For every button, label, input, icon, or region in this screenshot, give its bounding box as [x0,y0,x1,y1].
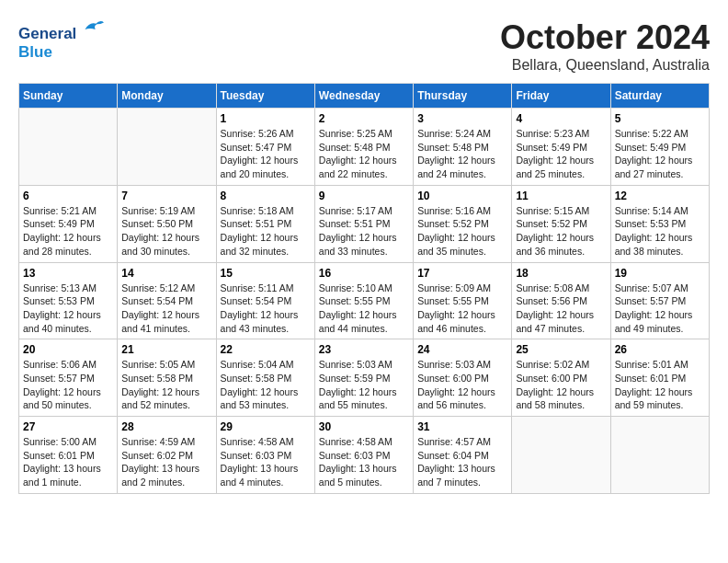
calendar-cell: 21Sunrise: 5:05 AMSunset: 5:58 PMDayligh… [118,339,216,417]
day-number: 9 [319,190,409,202]
cell-sun-info: Sunrise: 5:21 AMSunset: 5:49 PMDaylight:… [23,204,113,259]
day-number: 29 [221,420,311,433]
weekday-header-sunday: Sunday [19,84,118,109]
calendar-week-row: 27Sunrise: 5:00 AMSunset: 6:01 PMDayligh… [19,417,710,494]
weekday-header-saturday: Saturday [610,84,709,109]
cell-sun-info: Sunrise: 5:18 AMSunset: 5:51 PMDaylight:… [221,204,311,259]
cell-sun-info: Sunrise: 5:03 AMSunset: 6:00 PMDaylight:… [417,358,507,412]
calendar-cell: 7Sunrise: 5:19 AMSunset: 5:50 PMDaylight… [118,185,216,262]
day-number: 10 [417,190,507,202]
calendar-cell: 13Sunrise: 5:13 AMSunset: 5:53 PMDayligh… [19,262,118,339]
day-number: 24 [417,343,507,356]
calendar-cell: 8Sunrise: 5:18 AMSunset: 5:51 PMDaylight… [216,185,314,262]
weekday-header-monday: Monday [118,84,216,109]
day-number: 11 [516,190,606,202]
calendar-cell: 28Sunrise: 4:59 AMSunset: 6:02 PMDayligh… [118,417,216,494]
calendar-cell [118,109,216,186]
calendar-week-row: 1Sunrise: 5:26 AMSunset: 5:47 PMDaylight… [19,109,710,186]
calendar-cell: 27Sunrise: 5:00 AMSunset: 6:01 PMDayligh… [19,417,118,494]
logo: General Blue [18,18,104,62]
calendar-cell: 26Sunrise: 5:01 AMSunset: 6:01 PMDayligh… [610,339,709,417]
cell-sun-info: Sunrise: 5:03 AMSunset: 5:59 PMDaylight:… [319,358,409,412]
cell-sun-info: Sunrise: 5:08 AMSunset: 5:56 PMDaylight:… [516,282,606,336]
logo-blue-text: Blue [18,43,104,62]
calendar-cell: 4Sunrise: 5:23 AMSunset: 5:49 PMDaylight… [512,109,610,186]
calendar-cell: 18Sunrise: 5:08 AMSunset: 5:56 PMDayligh… [512,262,610,339]
cell-sun-info: Sunrise: 5:01 AMSunset: 6:01 PMDaylight:… [615,358,705,412]
cell-sun-info: Sunrise: 5:05 AMSunset: 5:58 PMDaylight:… [121,358,211,412]
cell-sun-info: Sunrise: 5:24 AMSunset: 5:48 PMDaylight:… [417,127,507,181]
day-number: 15 [221,267,311,280]
cell-sun-info: Sunrise: 5:06 AMSunset: 5:57 PMDaylight:… [23,358,113,412]
cell-sun-info: Sunrise: 5:13 AMSunset: 5:53 PMDaylight:… [23,282,113,336]
calendar-cell: 25Sunrise: 5:02 AMSunset: 6:00 PMDayligh… [512,339,610,417]
calendar-cell [512,417,610,494]
calendar-cell: 19Sunrise: 5:07 AMSunset: 5:57 PMDayligh… [610,262,709,339]
calendar-cell: 29Sunrise: 4:58 AMSunset: 6:03 PMDayligh… [216,417,314,494]
day-number: 8 [221,190,311,202]
day-number: 12 [615,190,705,202]
cell-sun-info: Sunrise: 5:02 AMSunset: 6:00 PMDaylight:… [516,358,606,412]
calendar-cell: 20Sunrise: 5:06 AMSunset: 5:57 PMDayligh… [19,339,118,417]
cell-sun-info: Sunrise: 5:00 AMSunset: 6:01 PMDaylight:… [23,435,113,489]
calendar-cell [19,109,118,186]
page-header: General Blue October 2024 Bellara, Queen… [18,18,710,74]
day-number: 25 [516,343,606,356]
cell-sun-info: Sunrise: 5:07 AMSunset: 5:57 PMDaylight:… [615,282,705,336]
day-number: 7 [121,190,211,202]
calendar-cell: 23Sunrise: 5:03 AMSunset: 5:59 PMDayligh… [314,339,413,417]
day-number: 23 [319,343,409,356]
weekday-header-thursday: Thursday [414,84,512,109]
calendar-cell: 14Sunrise: 5:12 AMSunset: 5:54 PMDayligh… [118,262,216,339]
day-number: 28 [121,420,211,433]
cell-sun-info: Sunrise: 5:14 AMSunset: 5:53 PMDaylight:… [615,204,705,259]
day-number: 19 [615,267,705,280]
cell-sun-info: Sunrise: 5:19 AMSunset: 5:50 PMDaylight:… [121,204,211,259]
calendar-cell: 1Sunrise: 5:26 AMSunset: 5:47 PMDaylight… [216,109,314,186]
day-number: 27 [23,420,113,433]
cell-sun-info: Sunrise: 5:25 AMSunset: 5:48 PMDaylight:… [319,127,409,181]
calendar-week-row: 20Sunrise: 5:06 AMSunset: 5:57 PMDayligh… [19,339,710,417]
calendar-cell: 2Sunrise: 5:25 AMSunset: 5:48 PMDaylight… [314,109,413,186]
calendar-table: SundayMondayTuesdayWednesdayThursdayFrid… [18,83,710,494]
calendar-body: 1Sunrise: 5:26 AMSunset: 5:47 PMDaylight… [19,109,710,494]
cell-sun-info: Sunrise: 5:11 AMSunset: 5:54 PMDaylight:… [221,282,311,336]
location-subtitle: Bellara, Queensland, Australia [500,57,710,74]
calendar-cell: 16Sunrise: 5:10 AMSunset: 5:55 PMDayligh… [314,262,413,339]
logo-general-text: General [18,18,104,43]
month-title: October 2024 [500,18,710,57]
cell-sun-info: Sunrise: 5:04 AMSunset: 5:58 PMDaylight:… [221,358,311,412]
cell-sun-info: Sunrise: 4:58 AMSunset: 6:03 PMDaylight:… [221,435,311,489]
calendar-cell: 9Sunrise: 5:17 AMSunset: 5:51 PMDaylight… [314,185,413,262]
calendar-cell: 30Sunrise: 4:58 AMSunset: 6:03 PMDayligh… [314,417,413,494]
calendar-cell: 5Sunrise: 5:22 AMSunset: 5:49 PMDaylight… [610,109,709,186]
cell-sun-info: Sunrise: 5:12 AMSunset: 5:54 PMDaylight:… [121,282,211,336]
cell-sun-info: Sunrise: 5:26 AMSunset: 5:47 PMDaylight:… [221,127,311,181]
cell-sun-info: Sunrise: 4:59 AMSunset: 6:02 PMDaylight:… [121,435,211,489]
day-number: 21 [121,343,211,356]
day-number: 6 [23,190,113,202]
weekday-header-friday: Friday [512,84,610,109]
calendar-cell: 31Sunrise: 4:57 AMSunset: 6:04 PMDayligh… [414,417,512,494]
cell-sun-info: Sunrise: 5:17 AMSunset: 5:51 PMDaylight:… [319,204,409,259]
day-number: 5 [615,112,705,125]
calendar-cell: 22Sunrise: 5:04 AMSunset: 5:58 PMDayligh… [216,339,314,417]
calendar-cell: 12Sunrise: 5:14 AMSunset: 5:53 PMDayligh… [610,185,709,262]
calendar-cell: 11Sunrise: 5:15 AMSunset: 5:52 PMDayligh… [512,185,610,262]
cell-sun-info: Sunrise: 5:10 AMSunset: 5:55 PMDaylight:… [319,282,409,336]
weekday-header-tuesday: Tuesday [216,84,314,109]
day-number: 13 [23,267,113,280]
day-number: 30 [319,420,409,433]
day-number: 14 [121,267,211,280]
day-number: 4 [516,112,606,125]
cell-sun-info: Sunrise: 5:22 AMSunset: 5:49 PMDaylight:… [615,127,705,181]
calendar-cell: 24Sunrise: 5:03 AMSunset: 6:00 PMDayligh… [414,339,512,417]
calendar-cell: 6Sunrise: 5:21 AMSunset: 5:49 PMDaylight… [19,185,118,262]
weekday-header-wednesday: Wednesday [314,84,413,109]
calendar-cell [610,417,709,494]
day-number: 18 [516,267,606,280]
calendar-cell: 17Sunrise: 5:09 AMSunset: 5:55 PMDayligh… [414,262,512,339]
title-block: October 2024 Bellara, Queensland, Austra… [500,18,710,74]
calendar-week-row: 13Sunrise: 5:13 AMSunset: 5:53 PMDayligh… [19,262,710,339]
cell-sun-info: Sunrise: 5:16 AMSunset: 5:52 PMDaylight:… [417,204,507,259]
